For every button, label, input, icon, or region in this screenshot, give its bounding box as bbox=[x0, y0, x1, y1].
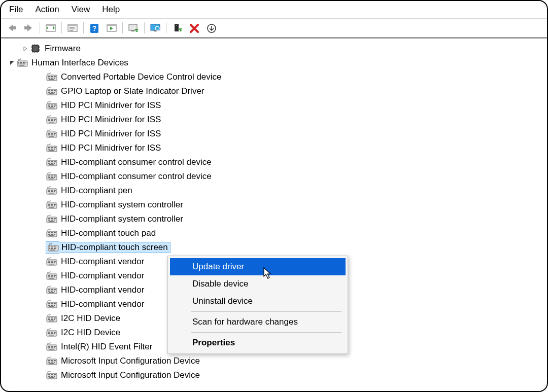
context-menu-uninstall-device[interactable]: Uninstall device bbox=[170, 293, 346, 310]
hid-device-icon bbox=[46, 86, 58, 97]
update-driver-button[interactable] bbox=[127, 21, 140, 34]
hid-device-icon bbox=[46, 157, 58, 168]
hid-device-icon bbox=[46, 355, 58, 367]
disable-device-button[interactable] bbox=[205, 21, 218, 34]
expand-icon[interactable] bbox=[21, 46, 29, 51]
tree-item-label: HID-compliant consumer control device bbox=[58, 171, 212, 182]
tree-item-device[interactable]: HID PCI Minidriver for ISS bbox=[1, 127, 547, 141]
hid-device-icon bbox=[46, 128, 58, 139]
uninstall-device-button[interactable] bbox=[188, 21, 201, 34]
tree-item-label: GPIO Laptop or Slate Indicator Driver bbox=[58, 86, 204, 96]
hid-device-icon bbox=[46, 142, 58, 154]
hid-device-icon bbox=[46, 313, 58, 324]
tree-item-label: HID-compliant touch screen bbox=[59, 242, 170, 253]
back-button[interactable] bbox=[5, 21, 18, 34]
forward-button[interactable] bbox=[22, 21, 36, 34]
show-hide-console-button[interactable] bbox=[44, 21, 57, 34]
tree-item-device[interactable]: HID-compliant touch screen bbox=[1, 240, 547, 255]
tree-item-label: HID-compliant consumer control device bbox=[58, 157, 212, 167]
tree-item-hid-category[interactable]: Human Interface Devices bbox=[1, 56, 547, 70]
hid-device-icon bbox=[46, 341, 58, 352]
tree-item-device[interactable]: HID PCI Minidriver for ISS bbox=[1, 113, 547, 127]
menu-action[interactable]: Action bbox=[30, 4, 66, 16]
tree-item-label: HID-compliant vendor bbox=[58, 257, 144, 267]
tree-item-label: HID-compliant vendor bbox=[58, 285, 144, 295]
hid-device-icon bbox=[46, 270, 58, 281]
hid-device-icon bbox=[46, 228, 58, 239]
context-menu-properties[interactable]: Properties bbox=[170, 334, 346, 351]
tree-item-label: I2C HID Device bbox=[58, 328, 120, 338]
tree-item-label: Intel(R) HID Event Filter bbox=[58, 342, 152, 352]
tree-item-label: HID-compliant vendor bbox=[58, 271, 144, 281]
context-menu-separator bbox=[191, 332, 341, 333]
hid-device-icon bbox=[46, 72, 58, 83]
hid-device-icon bbox=[46, 185, 58, 196]
tree-item-device[interactable]: HID PCI Minidriver for ISS bbox=[1, 141, 547, 155]
tree-item-label: HID-compliant system controller bbox=[58, 214, 183, 224]
context-menu-disable-device[interactable]: Disable device bbox=[170, 275, 346, 293]
tree-item-device[interactable]: HID-compliant pen bbox=[1, 184, 547, 198]
context-menu: Update driver Disable device Uninstall d… bbox=[167, 256, 348, 354]
menubar: File Action View Help bbox=[1, 1, 547, 19]
tree-item-label: Microsoft Input Configuration Device bbox=[58, 356, 200, 366]
toolbar-separator bbox=[83, 22, 84, 33]
menu-view[interactable]: View bbox=[66, 4, 97, 16]
help-button[interactable] bbox=[88, 21, 101, 34]
context-menu-separator bbox=[191, 311, 341, 312]
tree-item-label: HID PCI Minidriver for ISS bbox=[58, 129, 161, 139]
tree-item-device[interactable]: Microsoft Input Configuration Device bbox=[1, 368, 547, 382]
tree-item-label: HID PCI Minidriver for ISS bbox=[58, 100, 161, 111]
tree-item-label: HID-compliant vendor bbox=[58, 299, 144, 309]
toolbar-separator bbox=[61, 22, 62, 33]
toolbar-separator bbox=[144, 22, 145, 33]
hid-device-icon bbox=[46, 171, 58, 182]
properties-button[interactable] bbox=[66, 21, 79, 34]
tree-item-label: HID-compliant system controller bbox=[58, 200, 183, 210]
hid-device-icon bbox=[46, 370, 58, 381]
tree-item-label: Firmware bbox=[42, 44, 81, 54]
hid-device-icon bbox=[46, 284, 58, 296]
tree-item-label: HID PCI Minidriver for ISS bbox=[58, 115, 161, 125]
tree-item-label: HID PCI Minidriver for ISS bbox=[58, 143, 161, 153]
toolbar-separator bbox=[122, 22, 123, 33]
tree-item-device[interactable]: GPIO Laptop or Slate Indicator Driver bbox=[1, 84, 547, 98]
toolbar bbox=[1, 19, 547, 39]
tree-item-device[interactable]: HID PCI Minidriver for ISS bbox=[1, 98, 547, 113]
tree-item-device[interactable]: HID-compliant consumer control device bbox=[1, 155, 547, 169]
hid-device-icon bbox=[46, 199, 58, 210]
hid-device-icon bbox=[46, 299, 58, 310]
menu-file[interactable]: File bbox=[4, 4, 30, 16]
tree-item-label: Microsoft Input Configuration Device bbox=[58, 370, 200, 380]
menu-help[interactable]: Help bbox=[97, 4, 127, 16]
tree-item-label: HID-compliant pen bbox=[58, 186, 132, 196]
context-menu-scan-hardware[interactable]: Scan for hardware changes bbox=[170, 313, 346, 331]
hid-device-icon bbox=[46, 100, 58, 111]
chip-icon bbox=[29, 43, 42, 54]
hid-device-icon bbox=[46, 114, 58, 125]
context-menu-update-driver[interactable]: Update driver bbox=[170, 258, 346, 275]
tree-item-device[interactable]: HID-compliant touch pad bbox=[1, 226, 547, 240]
tree-item-device[interactable]: HID-compliant system controller bbox=[1, 212, 547, 226]
hid-device-icon bbox=[46, 213, 58, 225]
tree-item-label: HID-compliant touch pad bbox=[58, 228, 156, 238]
toolbar-separator bbox=[40, 22, 40, 33]
action-window-button[interactable] bbox=[105, 21, 118, 34]
collapse-icon[interactable] bbox=[8, 60, 16, 65]
toolbar-separator bbox=[166, 22, 166, 33]
tree-item-device[interactable]: Microsoft Input Configuration Device bbox=[1, 354, 547, 368]
tree-item-label: I2C HID Device bbox=[58, 313, 120, 324]
scan-hardware-button[interactable] bbox=[149, 21, 162, 34]
tree-item-label: Human Interface Devices bbox=[28, 58, 128, 68]
hid-device-icon bbox=[46, 256, 58, 267]
tree-item-device[interactable]: HID-compliant system controller bbox=[1, 198, 547, 212]
add-legacy-hardware-button[interactable] bbox=[170, 21, 184, 34]
tree-item-label: Converted Portable Device Control device bbox=[58, 72, 222, 82]
tree-item-device[interactable]: Converted Portable Device Control device bbox=[1, 70, 547, 84]
tree-item-device[interactable]: HID-compliant consumer control device bbox=[1, 169, 547, 184]
tree-item-firmware[interactable]: Firmware bbox=[1, 42, 547, 56]
hid-device-icon bbox=[46, 327, 58, 338]
hid-device-icon bbox=[46, 241, 59, 254]
hid-device-icon bbox=[16, 57, 28, 68]
